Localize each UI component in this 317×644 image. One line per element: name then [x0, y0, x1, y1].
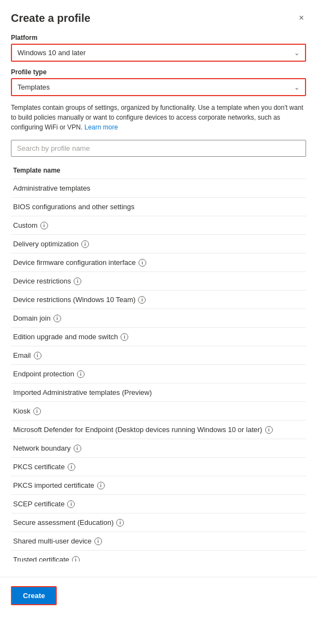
template-row[interactable]: Kiosk i — [11, 402, 306, 421]
info-icon[interactable]: i — [74, 277, 81, 285]
template-name: Device restrictions (Windows 10 Team) — [13, 296, 135, 304]
template-row[interactable]: Imported Administrative templates (Previ… — [11, 383, 306, 402]
template-name: Delivery optimization — [13, 240, 79, 248]
template-row[interactable]: BIOS configurations and other settings — [11, 198, 306, 216]
info-icon[interactable]: i — [34, 352, 41, 359]
template-row[interactable]: Network boundary i — [11, 439, 306, 458]
template-name: Trusted certificate — [13, 556, 69, 562]
info-icon[interactable]: i — [53, 315, 61, 322]
template-name: Custom — [13, 221, 38, 229]
template-name: Domain join — [13, 314, 51, 322]
info-icon[interactable]: i — [116, 519, 124, 527]
info-icon[interactable]: i — [40, 222, 48, 229]
template-row[interactable]: PKCS imported certificate i — [11, 476, 306, 495]
profile-type-field-group: Profile type TemplatesSettings catalogAd… — [11, 68, 306, 96]
template-row[interactable]: Domain join i — [11, 309, 306, 328]
create-button[interactable]: Create — [11, 586, 57, 605]
template-row[interactable]: Delivery optimization i — [11, 235, 306, 253]
create-profile-panel: Create a profile × Platform Windows 10 a… — [0, 0, 317, 644]
template-row[interactable]: Custom i — [11, 216, 306, 235]
template-name: Shared multi-user device — [13, 537, 92, 545]
template-name: Device firmware configuration interface — [13, 258, 136, 267]
info-icon[interactable]: i — [74, 445, 81, 452]
template-name: Device restrictions — [13, 277, 71, 285]
template-name: Kiosk — [13, 407, 31, 415]
info-icon[interactable]: i — [68, 463, 75, 471]
info-icon[interactable]: i — [67, 500, 75, 508]
platform-select[interactable]: Windows 10 and laterWindows 8.1 and late… — [12, 45, 305, 61]
template-row[interactable]: Device restrictions (Windows 10 Team) i — [11, 291, 306, 309]
info-icon[interactable]: i — [139, 259, 146, 267]
template-name: PKCS imported certificate — [13, 481, 94, 489]
profile-type-label: Profile type — [11, 68, 306, 76]
profile-type-select[interactable]: TemplatesSettings catalogAdministrative … — [12, 79, 305, 95]
panel-title: Create a profile — [11, 12, 91, 25]
template-row[interactable]: Email i — [11, 346, 306, 365]
template-row[interactable]: Microsoft Defender for Endpoint (Desktop… — [11, 421, 306, 439]
info-icon[interactable]: i — [77, 370, 85, 378]
info-icon[interactable]: i — [94, 537, 102, 545]
template-name: Administrative templates — [13, 184, 91, 192]
panel-body: Platform Windows 10 and laterWindows 8.1… — [0, 34, 317, 572]
template-name: Email — [13, 351, 31, 359]
template-rows-container: Administrative templates BIOS configurat… — [11, 179, 306, 562]
platform-field-group: Platform Windows 10 and laterWindows 8.1… — [11, 34, 306, 62]
template-name: SCEP certificate — [13, 500, 64, 508]
template-row[interactable]: Secure assessment (Education) i — [11, 513, 306, 532]
platform-select-wrapper: Windows 10 and laterWindows 8.1 and late… — [11, 44, 306, 62]
template-row[interactable]: Trusted certificate i — [11, 551, 306, 562]
template-row[interactable]: SCEP certificate i — [11, 495, 306, 513]
template-row[interactable]: Shared multi-user device i — [11, 532, 306, 551]
template-name: Microsoft Defender for Endpoint (Desktop… — [13, 426, 262, 434]
search-input[interactable] — [11, 140, 306, 157]
info-icon[interactable]: i — [81, 240, 89, 248]
learn-more-link[interactable]: Learn more — [85, 123, 118, 131]
template-name: Imported Administrative templates (Previ… — [13, 388, 152, 397]
close-button[interactable]: × — [297, 11, 306, 25]
template-list: Template name Administrative templates B… — [11, 162, 306, 562]
profile-type-select-wrapper: TemplatesSettings catalogAdministrative … — [11, 78, 306, 96]
platform-label: Platform — [11, 34, 306, 42]
template-name: Edition upgrade and mode switch — [13, 333, 118, 341]
template-row[interactable]: Administrative templates — [11, 179, 306, 198]
template-name: Network boundary — [13, 444, 71, 452]
template-name: Endpoint protection — [13, 370, 74, 378]
template-row[interactable]: Endpoint protection i — [11, 365, 306, 383]
panel-header: Create a profile × — [0, 0, 317, 34]
template-row[interactable]: PKCS certificate i — [11, 458, 306, 476]
info-icon[interactable]: i — [97, 482, 105, 489]
template-name: BIOS configurations and other settings — [13, 203, 135, 211]
template-name: Secure assessment (Education) — [13, 518, 113, 527]
info-icon[interactable]: i — [72, 556, 80, 562]
template-row[interactable]: Edition upgrade and mode switch i — [11, 328, 306, 346]
template-name: PKCS certificate — [13, 463, 65, 471]
info-icon[interactable]: i — [33, 407, 41, 415]
info-icon[interactable]: i — [121, 333, 128, 341]
template-row[interactable]: Device firmware configuration interface … — [11, 253, 306, 272]
info-icon[interactable]: i — [265, 426, 273, 434]
template-column-header: Template name — [11, 162, 306, 179]
info-icon[interactable]: i — [138, 296, 146, 304]
footer: Create — [0, 577, 317, 614]
template-row[interactable]: Device restrictions i — [11, 272, 306, 291]
description-text: Templates contain groups of settings, or… — [11, 103, 306, 132]
